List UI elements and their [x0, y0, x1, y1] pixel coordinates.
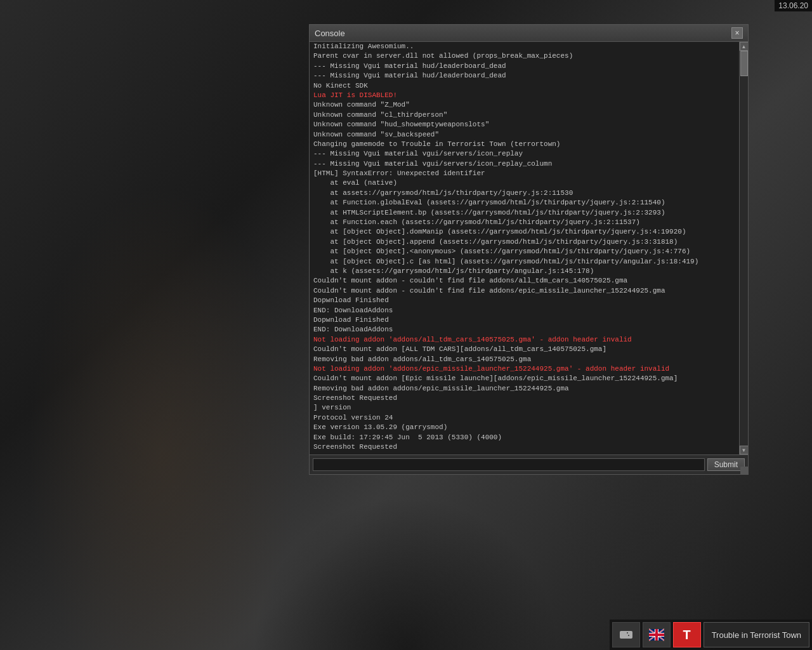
taskbar: T Trouble in Terrorist Town: [610, 620, 812, 650]
scroll-thumb[interactable]: [740, 51, 748, 76]
console-body: Initializing Awesomium.. Parent cvar in …: [310, 42, 748, 454]
console-close-button[interactable]: ×: [731, 27, 743, 39]
flag-svg-icon: [649, 627, 664, 642]
topbar: 13.06.20: [775, 0, 812, 11]
console-titlebar: Console ×: [310, 25, 748, 42]
console-scrollbar[interactable]: ▲ ▼: [739, 42, 748, 454]
console-title: Console: [315, 29, 345, 38]
console-input-row: Submit: [310, 454, 748, 474]
controller-svg-icon: [619, 627, 634, 642]
console-resize-handle[interactable]: [740, 467, 748, 474]
console-input[interactable]: [313, 458, 705, 471]
timestamp: 13.06.20: [778, 1, 808, 10]
console-output: Initializing Awesomium.. Parent cvar in …: [310, 42, 739, 454]
game-logo-letter: T: [683, 628, 691, 642]
scroll-up-arrow[interactable]: ▲: [740, 42, 749, 51]
scroll-down-arrow[interactable]: ▼: [740, 446, 749, 454]
taskbar-flag-icon[interactable]: [643, 622, 671, 647]
taskbar-game-logo-icon[interactable]: T: [673, 622, 701, 647]
svg-rect-10: [649, 633, 664, 636]
scroll-track[interactable]: [740, 51, 749, 446]
taskbar-controller-icon[interactable]: [612, 622, 640, 647]
taskbar-game-label[interactable]: Trouble in Terrorist Town: [704, 622, 809, 647]
console-submit-button[interactable]: Submit: [707, 458, 745, 471]
console-window: Console × Initializing Awesomium.. Paren…: [309, 24, 749, 475]
